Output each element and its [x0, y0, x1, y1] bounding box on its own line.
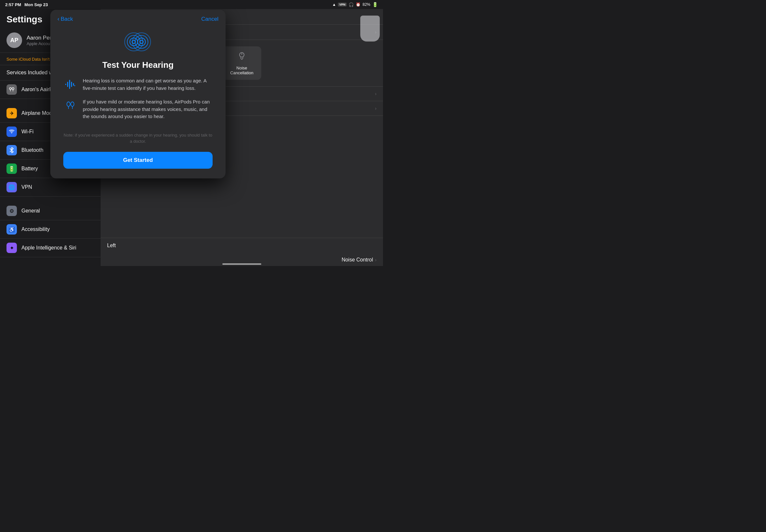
hearing-circles-icon — [122, 29, 154, 55]
noise-cancel-icon — [237, 51, 247, 64]
wifi-label: Wi-Fi — [21, 129, 33, 135]
waveform-icon — [63, 77, 78, 91]
user-avatar: AP — [6, 32, 22, 48]
sidebar-item-general[interactable]: ⚙ General — [0, 202, 101, 220]
airplane-label: Airplane Mode — [21, 110, 55, 116]
general-label: General — [21, 208, 40, 214]
general-icon: ⚙ — [6, 206, 17, 216]
modal-nav: ‹ Back Cancel — [50, 10, 225, 26]
accessibility-label: Accessibility — [21, 226, 50, 232]
status-time: 2:57 PM — [5, 2, 21, 7]
bluetooth-label: Bluetooth — [21, 147, 43, 153]
svg-point-10 — [138, 38, 145, 46]
modal-feature-2: If you have mild or moderate hearing los… — [63, 98, 213, 120]
svg-point-0 — [9, 88, 11, 90]
battery-icon: 🔋 — [372, 2, 378, 7]
chevron-icon-2: › — [375, 91, 376, 96]
battery-label: Battery — [21, 166, 38, 172]
svg-point-1 — [12, 88, 14, 90]
left-label: Left — [107, 243, 116, 248]
noise-cancel-label: NoiseCancellation — [230, 66, 253, 75]
battery-setting-icon: 🔋 — [6, 163, 17, 174]
bluetooth-icon — [6, 145, 17, 155]
svg-point-20 — [71, 102, 74, 106]
vpn-icon: 🌐 — [6, 182, 17, 192]
airpods-feature-icon — [63, 98, 78, 113]
chevron-icon-3: › — [375, 106, 376, 111]
modal-body: Test Your Hearing Hearing loss is common… — [50, 26, 225, 178]
modal-cancel-button[interactable]: Cancel — [201, 16, 218, 22]
svg-rect-13 — [67, 82, 68, 87]
status-icons: ▲ VPN 🎧 ⏰ 82% 🔋 — [332, 2, 378, 7]
sidebar-item-vpn[interactable]: 🌐 VPN — [0, 178, 101, 197]
svg-point-18 — [67, 102, 70, 106]
svg-point-17 — [74, 85, 75, 86]
wifi-setting-icon — [6, 127, 17, 137]
status-date: Mon Sep 23 — [24, 2, 48, 7]
airpod-visual — [360, 16, 380, 42]
sidebar-item-accessibility[interactable]: ♿ Accessibility — [0, 220, 101, 239]
vpn-label: VPN — [21, 184, 32, 190]
clock-icon: ⏰ — [356, 2, 360, 7]
feature-2-text: If you have mild or moderate hearing los… — [83, 98, 213, 120]
battery-percentage: 82% — [362, 2, 370, 7]
svg-rect-12 — [65, 84, 66, 85]
wifi-icon: ▲ — [332, 2, 336, 7]
modal-note: Note: if you've experienced a sudden cha… — [63, 132, 213, 145]
svg-point-6 — [130, 38, 138, 46]
accessibility-icon: ♿ — [6, 224, 17, 235]
feature-1-text: Hearing loss is common and can get worse… — [83, 77, 213, 92]
headphone-icon: 🎧 — [348, 2, 354, 7]
get-started-button[interactable]: Get Started — [63, 152, 213, 169]
noise-control-row[interactable]: Noise Control › — [341, 257, 376, 263]
hearing-test-modal: ‹ Back Cancel Test Your Hearing — [50, 10, 225, 178]
noise-cancel-item[interactable]: NoiseCancellation — [222, 46, 261, 80]
svg-rect-15 — [71, 82, 72, 87]
noise-control-chevron: › — [375, 257, 376, 262]
modal-title: Test Your Hearing — [102, 60, 174, 70]
modal-back-button[interactable]: ‹ Back — [57, 16, 73, 22]
svg-rect-16 — [73, 83, 74, 86]
noise-control-label: Noise Control — [341, 257, 373, 263]
vpn-badge: VPN — [338, 3, 346, 6]
back-label: Back — [61, 16, 73, 22]
svg-rect-14 — [69, 80, 70, 89]
home-indicator — [222, 263, 261, 265]
sidebar-item-siri[interactable]: ✦ Apple Intelligence & Siri — [0, 239, 101, 257]
airpods-icon — [6, 84, 17, 95]
airplane-icon: ✈ — [6, 108, 17, 118]
bottom-row: Left — [101, 238, 383, 253]
siri-icon: ✦ — [6, 243, 17, 253]
sidebar-separator2 — [0, 197, 101, 202]
back-chevron-icon: ‹ — [57, 16, 59, 22]
status-bar: 2:57 PM Mon Sep 23 ▲ VPN 🎧 ⏰ 82% 🔋 — [0, 0, 383, 9]
siri-label: Apple Intelligence & Siri — [21, 245, 76, 251]
modal-feature-1: Hearing loss is common and can get worse… — [63, 77, 213, 92]
